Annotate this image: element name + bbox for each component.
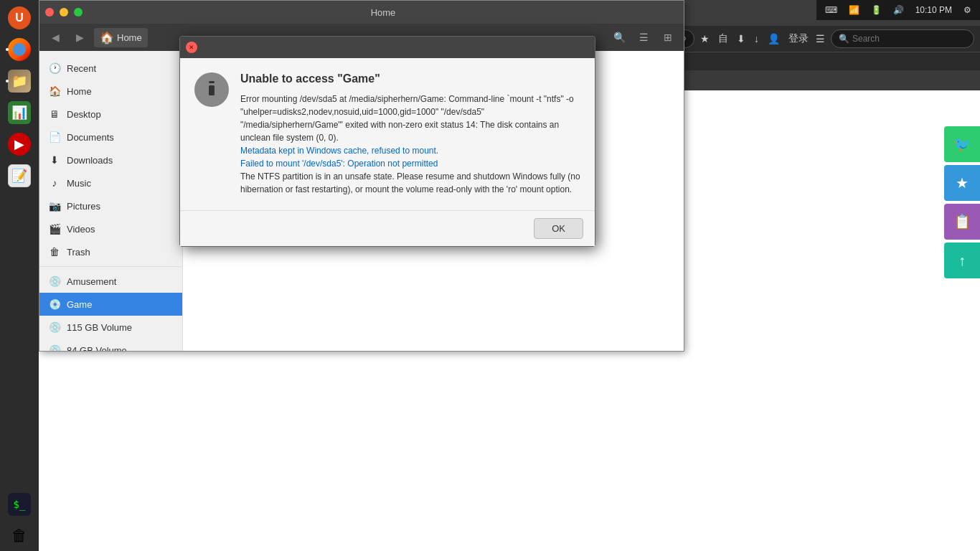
files-back-button[interactable]: ◀ [45,27,65,47]
home-label: Home [67,86,92,97]
game-label: Game [67,299,92,310]
volume-icon: 🔊 [893,5,904,15]
keyboard-icon: ⌨ [825,5,837,15]
pocket-icon[interactable]: ⬇ [735,32,747,46]
ubuntu-dock: U 📁 📊 ▶ 📝 $_ 🗑 [0,0,39,551]
115gb-label: 115 GB Volume [67,322,132,333]
downloads-label: Downloads [67,155,113,166]
files-icon: 📁 [8,70,31,93]
search-box[interactable]: 🔍 [831,29,974,48]
dialog-titlebar: ✕ [180,37,595,58]
files-close-button[interactable] [45,8,54,17]
pictures-label: Pictures [67,201,100,212]
files-maximize-button[interactable] [74,8,83,17]
sidebar-item-music[interactable]: ♪ Music [39,171,182,194]
files-list-view-button[interactable]: ☰ [633,27,654,47]
social-btn-3[interactable]: 📋 [944,204,980,240]
download-icon[interactable]: ↓ [753,32,760,46]
volume-115gb-icon: 💿 [48,321,61,334]
dock-terminal[interactable]: $_ [4,489,34,519]
synced-tabs-icon[interactable]: 👤 [766,32,781,46]
login-text: 登录 [788,32,809,45]
files-titlebar: Home [39,1,684,24]
spreadsheet-icon: 📊 [8,101,31,124]
social-btn-1[interactable]: 🐦 [944,126,980,162]
error-icon [194,72,229,107]
files-grid-view-button[interactable]: ⊞ [658,27,678,47]
trash-dock-icon: 🗑 [8,524,31,547]
dock-trash[interactable]: 🗑 [4,521,34,551]
social-btn-2[interactable]: ★ [944,165,980,201]
dock-firefox[interactable] [4,34,34,65]
sidebar-item-downloads[interactable]: ⬇ Downloads [39,149,182,171]
battery-icon: 🔋 [871,5,882,15]
pictures-icon: 📷 [48,199,61,212]
files-minimize-button[interactable] [60,8,68,17]
text-icon: 📝 [8,164,31,187]
sidebar-item-videos[interactable]: 🎬 Videos [39,217,182,240]
music-label: Music [67,178,91,189]
system-time: 10:10 PM [915,5,952,15]
dock-text[interactable]: 📝 [4,161,34,191]
trash-label: Trash [67,247,90,258]
sidebar-item-game[interactable]: 💿 Game [39,293,182,316]
home-sidebar-icon: 🏠 [48,85,61,98]
dialog-footer: OK [180,210,595,246]
dock-files[interactable]: 📁 [4,66,34,96]
social-btn-4[interactable]: ↑ [944,242,980,278]
files-search-button[interactable]: 🔍 [609,27,629,47]
files-sidebar: 🕐 Recent 🏠 Home 🖥 Desktop 📄 Documents ⬇ … [39,51,183,351]
sidebar-item-trash[interactable]: 🗑 Trash [39,240,182,263]
terminal-icon: $_ [8,493,31,516]
ok-button[interactable]: OK [534,218,583,239]
files-location: 🏠 Home [94,28,148,47]
dialog-close-button[interactable]: ✕ [186,42,197,53]
dialog-message: Error mounting /dev/sda5 at /media/siphe… [240,93,580,196]
sidebar-item-recent[interactable]: 🕐 Recent [39,57,182,80]
dock-spreadsheet[interactable]: 📊 [4,98,34,128]
recent-label: Recent [67,63,96,74]
error-msg-line1: Error mounting /dev/sda5 at /media/siphe… [240,94,574,104]
svg-rect-3 [209,81,215,83]
dock-files-dot [6,80,9,83]
sidebar-item-pictures[interactable]: 📷 Pictures [39,194,182,217]
wifi-icon: 📶 [849,5,859,15]
sidebar-item-desktop[interactable]: 🖥 Desktop [39,103,182,126]
files-toolbar-right: 🔍 ☰ ⊞ [609,27,678,47]
desktop-label: Desktop [67,109,101,120]
sidebar-divider [39,266,182,267]
videos-label: Videos [67,224,95,235]
files-forward-button[interactable]: ▶ [70,27,90,47]
dialog-body: Unable to access "Game" Error mounting /… [180,58,595,210]
menu-icon[interactable]: ☰ [814,32,826,46]
toolbar-icons: ★ 自 ⬇ ↓ 👤 登录 ☰ [699,31,826,47]
84gb-label: 84 GB Volume [67,345,127,352]
dock-media[interactable]: ▶ [4,129,34,159]
sidebar-item-amusement[interactable]: 💿 Amusement [39,270,182,293]
ubuntu-logo: U [8,6,31,29]
sidebar-item-home[interactable]: 🏠 Home [39,80,182,103]
system-bar: ⌨ 📶 🔋 🔊 10:10 PM ⚙ [816,0,980,20]
home-location-icon: 🏠 [100,31,114,44]
error-dialog: ✕ Unable to access "Game" Error mounting… [179,36,595,247]
files-window-title: Home [88,7,678,18]
sidebar-item-84gb[interactable]: 💿 84 GB Volume [39,339,182,351]
amusement-icon: 💿 [48,275,61,288]
desktop-icon: 🖥 [48,108,61,121]
sidebar-item-115gb[interactable]: 💿 115 GB Volume [39,316,182,339]
settings-icon[interactable]: ⚙ [963,5,971,15]
dialog-heading: Unable to access "Game" [240,72,580,85]
dock-ubuntu[interactable]: U [4,3,34,33]
dock-active-dot [6,48,9,51]
firefox-icon [8,38,31,61]
star-icon[interactable]: ★ [699,32,711,46]
videos-icon: 🎬 [48,222,61,235]
reader-icon[interactable]: 自 [717,31,730,47]
music-icon: ♪ [48,176,61,189]
recent-icon: 🕐 [48,62,61,75]
error-msg-line5: The NTFS partition is in an unsafe state… [240,171,580,194]
search-input[interactable] [852,34,938,44]
sidebar-item-documents[interactable]: 📄 Documents [39,126,182,149]
svg-rect-4 [209,85,215,95]
documents-label: Documents [67,132,114,143]
